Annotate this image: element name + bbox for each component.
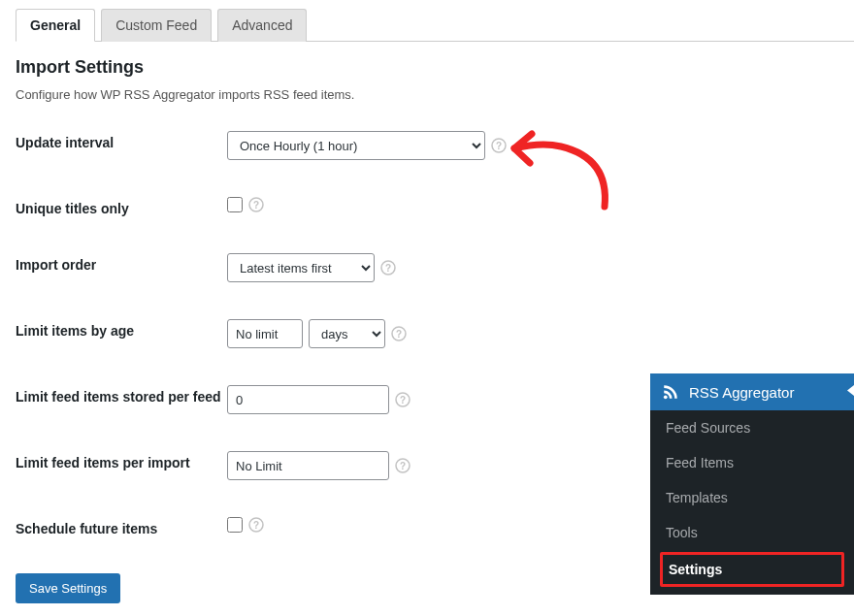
- svg-text:?: ?: [400, 461, 406, 471]
- sidebar-item-tools[interactable]: Tools: [650, 515, 854, 550]
- save-button[interactable]: Save Settings: [16, 573, 120, 603]
- svg-text:?: ?: [496, 141, 502, 151]
- sidebar-item-templates[interactable]: Templates: [650, 480, 854, 515]
- help-icon[interactable]: ?: [248, 517, 264, 533]
- label-limit-stored: Limit feed items stored per feed: [16, 385, 227, 405]
- tab-general[interactable]: General: [16, 9, 95, 42]
- svg-text:?: ?: [396, 329, 402, 340]
- help-icon[interactable]: ?: [395, 458, 411, 473]
- checkbox-schedule-future[interactable]: [227, 517, 243, 533]
- field-update-interval: Update interval Once Hourly (1 hour) ?: [16, 131, 838, 160]
- sidebar-item-settings[interactable]: Settings: [660, 552, 844, 587]
- checkbox-unique-titles[interactable]: [227, 197, 243, 212]
- svg-text:?: ?: [253, 520, 259, 531]
- select-update-interval[interactable]: Once Hourly (1 hour): [227, 131, 485, 160]
- select-import-order[interactable]: Latest items first: [227, 253, 375, 282]
- rss-icon: [662, 383, 679, 401]
- settings-tabs: General Custom Feed Advanced: [16, 8, 854, 42]
- field-unique-titles: Unique titles only ?: [16, 197, 838, 216]
- field-limit-by-age: Limit items by age days ?: [16, 319, 838, 348]
- label-import-order: Import order: [16, 253, 227, 273]
- input-limit-age-value[interactable]: [227, 319, 303, 348]
- sidebar-title: RSS Aggregator: [689, 384, 794, 401]
- label-limit-by-age: Limit items by age: [16, 319, 227, 339]
- caret-left-icon: [847, 384, 854, 401]
- page-title: Import Settings: [16, 57, 838, 78]
- sidebar-panel: RSS Aggregator Feed Sources Feed Items T…: [650, 373, 854, 595]
- svg-text:?: ?: [253, 200, 259, 211]
- label-update-interval: Update interval: [16, 131, 227, 150]
- page-description: Configure how WP RSS Aggregator imports …: [16, 87, 838, 102]
- label-schedule-future: Schedule future items: [16, 517, 227, 536]
- help-icon[interactable]: ?: [491, 138, 507, 153]
- input-limit-per-import[interactable]: [227, 451, 389, 480]
- help-icon[interactable]: ?: [380, 260, 396, 276]
- tab-custom-feed[interactable]: Custom Feed: [101, 9, 212, 42]
- svg-point-14: [664, 395, 668, 399]
- label-limit-per-import: Limit feed items per import: [16, 451, 227, 470]
- help-icon[interactable]: ?: [391, 326, 407, 341]
- sidebar-item-feed-items[interactable]: Feed Items: [650, 445, 854, 480]
- sidebar-item-feed-sources[interactable]: Feed Sources: [650, 410, 854, 445]
- help-icon[interactable]: ?: [395, 392, 411, 407]
- select-limit-age-unit[interactable]: days: [309, 319, 385, 348]
- label-unique-titles: Unique titles only: [16, 197, 227, 216]
- svg-text:?: ?: [385, 263, 391, 274]
- sidebar-header[interactable]: RSS Aggregator: [650, 373, 854, 410]
- help-icon[interactable]: ?: [248, 197, 264, 212]
- svg-text:?: ?: [400, 395, 406, 405]
- input-limit-stored[interactable]: [227, 385, 389, 414]
- tab-advanced[interactable]: Advanced: [217, 9, 307, 42]
- field-import-order: Import order Latest items first ?: [16, 253, 838, 282]
